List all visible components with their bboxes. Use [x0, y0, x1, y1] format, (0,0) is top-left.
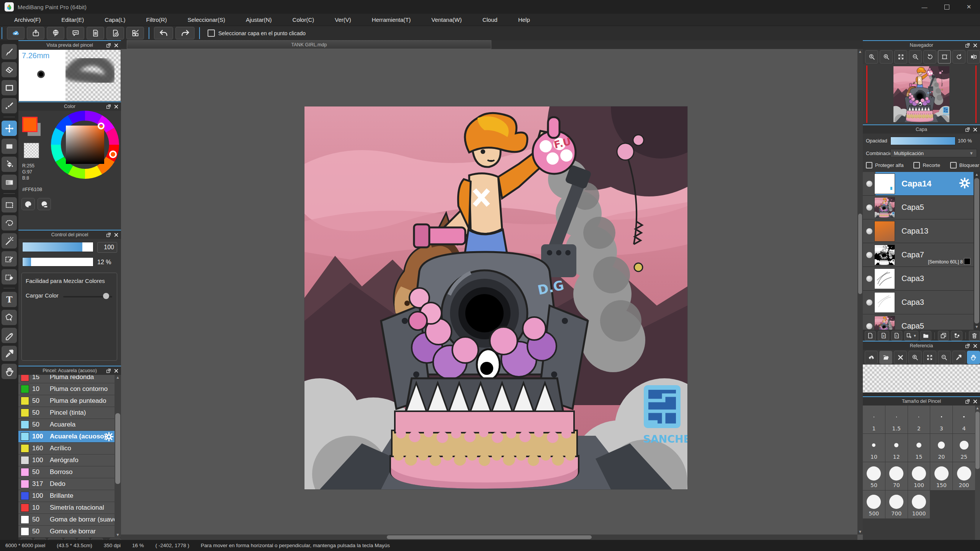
brush-settings-gear-icon[interactable] [104, 432, 114, 441]
history-document-button[interactable] [106, 27, 124, 39]
navigator-header[interactable]: Navegador [863, 41, 980, 49]
brush-size-cell[interactable]: 1000 [908, 491, 930, 518]
opacity-slider[interactable] [890, 137, 955, 145]
brush-list-item[interactable]: 50 Pincel (tinta) [18, 407, 115, 419]
menu-item[interactable]: Herramienta(T) [362, 14, 421, 26]
brush-opacity-slider[interactable] [22, 257, 93, 267]
close-icon[interactable] [973, 399, 978, 404]
brush-list-item[interactable]: 50 Pluma de punteado [18, 395, 115, 407]
protect-alpha-checkbox[interactable] [866, 162, 872, 168]
blend-mode-select[interactable]: Multiplicación▼ [890, 149, 977, 157]
reference-view[interactable] [863, 365, 980, 392]
navigator-view[interactable] [863, 64, 980, 124]
menu-item[interactable]: Help [508, 14, 540, 26]
close-icon[interactable] [114, 368, 119, 373]
zoom-100-button[interactable] [865, 50, 878, 64]
publish-button[interactable] [27, 27, 44, 39]
brush-size-cell[interactable]: 15 [908, 434, 930, 462]
canvas-horizontal-scrollbar[interactable] [121, 535, 857, 540]
cloud-sync-button[interactable] [7, 27, 25, 39]
popout-icon[interactable] [965, 43, 970, 48]
brush-size-scrollbar[interactable]: ▲ [975, 405, 980, 540]
brush-size-cell[interactable]: 2 [908, 405, 930, 433]
fill-rect-tool[interactable] [2, 139, 17, 154]
scroll-up-icon[interactable]: ▲ [115, 375, 121, 380]
brush-list-scrollbar[interactable]: ▲ ▼ [115, 375, 121, 538]
scroll-up-icon[interactable]: ▲ [975, 405, 980, 411]
palette-add-button[interactable] [38, 198, 51, 210]
brush-size-cell[interactable]: 100 [908, 462, 930, 490]
brush-size-cell[interactable]: 50 [863, 462, 885, 490]
figure-brush-tool[interactable] [2, 80, 17, 95]
brush-list-item[interactable]: 100 Aerógrafo [18, 455, 115, 466]
color-header[interactable]: Color [18, 102, 121, 111]
clipping-option[interactable]: Recorte [913, 162, 940, 168]
operation-tool[interactable] [2, 310, 17, 325]
form-edit-button[interactable] [126, 27, 144, 39]
brush-size-cell[interactable]: 1 [863, 405, 885, 433]
zoom-in-button[interactable] [880, 50, 893, 64]
select-pen-tool[interactable] [2, 251, 17, 267]
flip-horizontal-button[interactable] [967, 50, 980, 64]
web-comment-button[interactable] [47, 27, 64, 39]
brush-list-header[interactable]: Pincel: Acuarela (acuoso) [18, 366, 121, 375]
reset-rotation-button[interactable] [938, 50, 951, 64]
add-layer-menu-button[interactable]: ▼ [904, 331, 918, 341]
menu-item[interactable]: Editar(E) [51, 14, 94, 26]
delete-layer-button[interactable] [969, 331, 980, 341]
close-icon[interactable] [114, 43, 119, 48]
brush-list-item[interactable]: 50 Acuarela [18, 419, 115, 431]
menu-item[interactable]: Cloud [472, 14, 508, 26]
layer-header[interactable]: Capa [863, 125, 980, 134]
popout-icon[interactable] [106, 368, 111, 373]
brush-size-cell[interactable]: 1.5 [885, 405, 908, 433]
comment-button[interactable] [67, 27, 84, 39]
brush-size-cell[interactable]: 20 [930, 434, 952, 462]
popout-icon[interactable] [106, 43, 111, 48]
select-eraser-tool[interactable] [2, 269, 17, 284]
eyedropper-tool[interactable] [2, 346, 17, 361]
layer-visibility-icon[interactable] [866, 299, 872, 306]
layer-visibility-icon[interactable] [866, 252, 872, 258]
new-1bit-layer-button[interactable]: 1 [891, 331, 902, 341]
brush-list-item[interactable]: 160 Acrílico [18, 443, 115, 455]
popout-icon[interactable] [965, 127, 970, 132]
brush-size-slider[interactable] [22, 242, 93, 252]
menu-item[interactable]: Ver(V) [324, 14, 362, 26]
layer-settings-gear-icon[interactable] [959, 177, 970, 189]
brush-size-cell[interactable]: 4 [953, 405, 975, 433]
brush-tool[interactable] [2, 44, 17, 59]
clear-button[interactable] [894, 351, 907, 364]
scroll-up-icon[interactable]: ▲ [973, 172, 980, 177]
layer-row[interactable]: Capa3 [863, 267, 973, 291]
brush-control-header[interactable]: Control del pincel [18, 231, 121, 239]
select-rect-tool[interactable] [2, 197, 17, 213]
minimize-button[interactable]: — [913, 0, 936, 14]
brush-list-item[interactable]: 317 Dedo [18, 478, 115, 490]
popout-icon[interactable] [965, 399, 970, 404]
brush-size-cell[interactable]: 10 [863, 434, 885, 462]
halftone-color-swatch[interactable] [964, 258, 970, 265]
brush-list-item[interactable]: 15 Pluma redonda [18, 375, 115, 383]
select-layer-option[interactable]: Seleccionar capa en el punto clicado [208, 29, 306, 37]
layer-row[interactable]: Capa13 [863, 219, 973, 243]
brush-list-item[interactable]: 50 Borroso [18, 466, 115, 478]
layer-row[interactable]: Capa5 [863, 314, 973, 330]
undo-button[interactable] [154, 27, 173, 39]
new-8bit-layer-button[interactable]: 8 [878, 331, 889, 341]
select-layer-checkbox[interactable] [208, 29, 215, 37]
brush-list-item[interactable]: 10 Simetría rotacional [18, 502, 115, 514]
close-icon[interactable] [973, 127, 978, 132]
polyline-tool[interactable] [2, 98, 17, 113]
brush-size-cell[interactable]: 3 [930, 405, 952, 433]
brush-size-cell[interactable]: 70 [885, 462, 908, 490]
brush-size-cell[interactable]: 25 [953, 434, 975, 462]
artwork-canvas[interactable] [304, 106, 687, 489]
text-tool[interactable]: T [2, 292, 17, 307]
scroll-up-icon[interactable]: ▲ [857, 49, 863, 54]
transfer-layer-button[interactable] [951, 331, 962, 341]
close-icon[interactable] [114, 232, 119, 237]
scroll-down-icon[interactable]: ▼ [857, 529, 863, 535]
brush-preview-header[interactable]: Vista previa del pincel [18, 41, 121, 49]
cloud-download-button[interactable] [865, 351, 878, 364]
